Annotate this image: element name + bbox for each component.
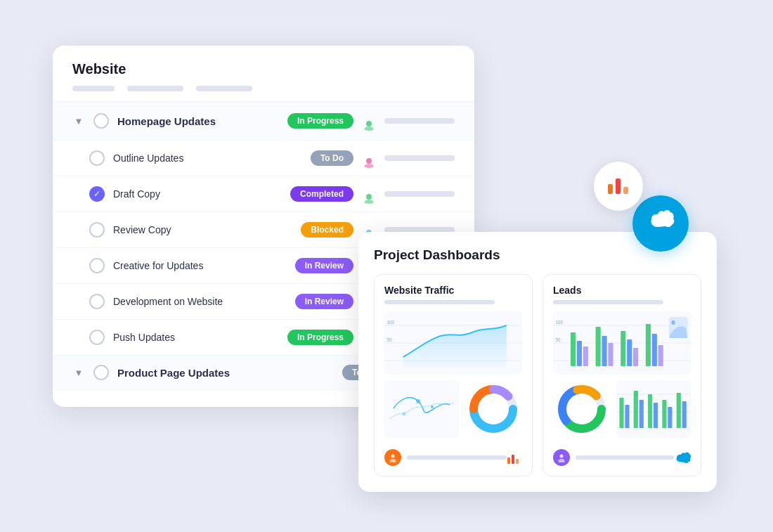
task-checkbox-checked[interactable]: ✓	[89, 186, 105, 202]
traffic-donut-chart	[465, 380, 522, 438]
status-badge: In Progress	[287, 330, 353, 345]
checkmark-icon: ✓	[93, 190, 100, 198]
svg-point-22	[416, 399, 420, 403]
float-bar-chart-icon	[594, 162, 643, 211]
status-badge: In Review	[295, 294, 353, 309]
chevron-down-icon[interactable]: ▼	[72, 115, 85, 127]
task-meta: To Do	[311, 148, 455, 168]
status-badge: Blocked	[301, 222, 353, 238]
leads-bar-chart-bottom	[616, 380, 691, 438]
svg-point-24	[403, 413, 406, 416]
section-checkbox[interactable]	[93, 113, 109, 129]
svg-point-70	[560, 455, 564, 458]
section-checkbox[interactable]	[93, 365, 109, 380]
svg-rect-33	[516, 459, 519, 464]
svg-point-71	[559, 459, 565, 462]
leads-bar-chart: 100 50	[553, 311, 691, 375]
section-homepage-updates[interactable]: ▼ Homepage Updates In Progress	[53, 102, 474, 141]
footer-avatar	[553, 449, 570, 466]
section-name: Homepage Updates	[117, 115, 279, 127]
task-name: Draft Copy	[113, 188, 282, 200]
salesforce-icon	[674, 449, 691, 466]
svg-rect-44	[608, 343, 613, 366]
svg-rect-14	[608, 184, 613, 194]
dashboard-card-leads: Leads 100 50	[543, 274, 701, 476]
toolbar-placeholder-2	[127, 86, 183, 91]
leads-donut-chart	[553, 380, 611, 438]
section-name: Product Page Updates	[117, 367, 334, 379]
svg-text:50: 50	[387, 337, 392, 342]
avatar	[359, 111, 379, 131]
svg-point-5	[364, 200, 374, 204]
salesforce-cloud-icon	[644, 206, 677, 241]
svg-rect-65	[654, 403, 658, 428]
task-checkbox[interactable]	[89, 222, 105, 238]
svg-text:100: 100	[387, 320, 395, 325]
footer-bar	[407, 455, 507, 460]
svg-text:50: 50	[556, 337, 561, 342]
task-draft-copy[interactable]: ✓ Draft Copy Completed	[53, 176, 474, 212]
dashboard-cards: Website Traffic 100 50	[374, 274, 701, 476]
svg-rect-67	[668, 407, 672, 428]
svg-point-30	[390, 459, 396, 462]
section-meta: In Progress	[287, 111, 455, 131]
svg-rect-61	[625, 405, 629, 428]
svg-point-3	[364, 164, 374, 168]
task-checkbox[interactable]	[89, 150, 105, 166]
task-outline-updates[interactable]: Outline Updates To Do	[53, 141, 474, 176]
toolbar-placeholder-1	[72, 86, 115, 91]
svg-rect-60	[619, 398, 623, 428]
svg-rect-40	[577, 341, 582, 366]
task-checkbox[interactable]	[89, 330, 105, 345]
dashboard-panel: Project Dashboards Website Traffic 100 5…	[358, 232, 717, 492]
status-badge: Completed	[290, 186, 353, 202]
svg-point-4	[366, 194, 372, 200]
chevron-down-icon[interactable]: ▼	[72, 366, 85, 379]
svg-rect-46	[627, 339, 632, 366]
row-placeholder	[384, 118, 455, 124]
footer-bar	[576, 455, 674, 460]
footer-avatar	[384, 449, 401, 466]
task-checkbox[interactable]	[89, 294, 105, 309]
task-panel-header: Website	[53, 46, 474, 102]
task-name: Outline Updates	[113, 153, 302, 164]
svg-text:100: 100	[556, 320, 564, 325]
task-meta: Completed	[290, 184, 455, 204]
svg-rect-41	[583, 346, 588, 366]
svg-rect-69	[682, 401, 687, 428]
svg-rect-64	[648, 394, 652, 428]
svg-rect-31	[507, 458, 510, 464]
card-subtitle-bar	[384, 300, 495, 304]
task-name: Development on Website	[113, 296, 287, 307]
svg-rect-42	[596, 327, 601, 366]
task-name: Creative for Updates	[113, 260, 287, 271]
svg-rect-68	[677, 393, 681, 428]
float-cloud-icon	[632, 195, 689, 252]
leads-card-footer	[553, 449, 691, 466]
row-placeholder	[384, 191, 455, 197]
svg-rect-63	[639, 400, 644, 428]
task-checkbox[interactable]	[89, 258, 105, 273]
svg-rect-32	[512, 455, 514, 464]
svg-rect-49	[652, 334, 657, 366]
toolbar-placeholder-3	[196, 86, 252, 91]
card-title: Website Traffic	[384, 285, 522, 296]
svg-point-0	[366, 121, 372, 126]
task-name: Push Updates	[113, 332, 279, 343]
svg-point-2	[366, 158, 372, 164]
svg-point-29	[391, 455, 395, 458]
status-badge: To Do	[311, 150, 353, 166]
svg-rect-66	[662, 400, 666, 428]
svg-rect-15	[616, 179, 621, 194]
avatar	[359, 148, 379, 168]
svg-point-23	[431, 406, 434, 408]
traffic-line-chart: 100 50	[384, 311, 522, 375]
traffic-charts-bottom	[384, 380, 522, 443]
svg-rect-16	[623, 187, 628, 194]
card-subtitle-bar	[553, 300, 663, 304]
svg-rect-43	[602, 336, 606, 366]
leads-charts-bottom	[553, 380, 691, 443]
task-panel-toolbar	[72, 86, 455, 91]
svg-rect-45	[621, 331, 625, 366]
dashboard-card-traffic: Website Traffic 100 50	[374, 274, 533, 476]
